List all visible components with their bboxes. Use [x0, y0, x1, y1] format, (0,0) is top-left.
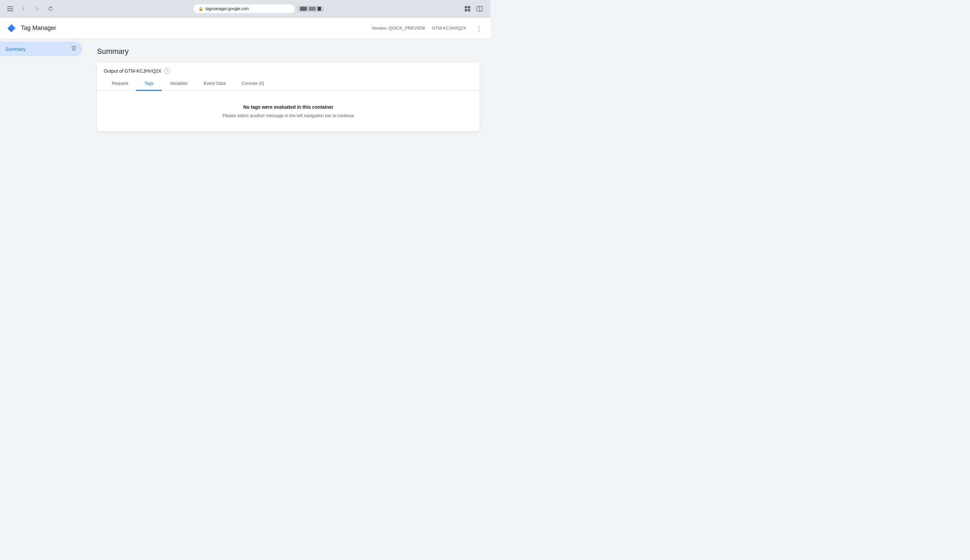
app-wrapper: Tag Manager Version: QUICK_PREVIEW GTM-K… — [0, 18, 490, 280]
help-icon[interactable]: ? — [164, 68, 170, 74]
back-btn[interactable] — [19, 4, 28, 13]
tabs-bar: Request Tags Variables Event Data Consol… — [97, 77, 480, 91]
sidebar: Summary — [0, 39, 86, 280]
app-title: Tag Manager — [21, 25, 56, 32]
tab-request[interactable]: Request — [104, 77, 136, 91]
more-options-btn[interactable]: ⋮ — [473, 22, 485, 34]
svg-rect-3 — [465, 6, 467, 8]
output-title: Output of GTM-KCJHVQ2X — [104, 68, 161, 74]
svg-rect-6 — [468, 9, 470, 12]
content-area: Summary Output of GTM-KCJHVQ2X ? Request… — [86, 39, 490, 280]
svg-rect-4 — [468, 6, 470, 8]
tab-variables[interactable]: Variables — [162, 77, 196, 91]
output-card: Output of GTM-KCJHVQ2X ? Request Tags Va… — [97, 63, 480, 132]
container-id: GTM-KCJHVQ2X — [432, 25, 466, 31]
tab-console[interactable]: Console (0) — [233, 77, 272, 91]
tab-content-tags: No tags were evaluated in this container… — [97, 91, 480, 132]
sidebar-toggle-btn[interactable] — [5, 4, 15, 13]
top-nav-right: Version: QUICK_PREVIEW GTM-KCJHVQ2X ⋮ — [371, 22, 485, 34]
tab-tags[interactable]: Tags — [136, 77, 161, 91]
delete-icon[interactable] — [71, 45, 77, 53]
svg-rect-0 — [7, 7, 13, 7]
no-tags-description: Please select another message in the lef… — [104, 113, 473, 118]
extensions-btn[interactable] — [462, 3, 473, 14]
url-bar[interactable]: 🔒 tagmanager.google.com — [194, 4, 295, 13]
output-card-header: Output of GTM-KCJHVQ2X ? — [97, 63, 480, 74]
no-tags-title: No tags were evaluated in this container — [104, 104, 473, 110]
version-info: Version: QUICK_PREVIEW — [371, 25, 425, 31]
svg-rect-1 — [7, 8, 13, 9]
sidebar-item-label: Summary — [5, 47, 25, 52]
svg-rect-2 — [7, 10, 13, 11]
forward-btn[interactable] — [32, 4, 42, 13]
split-view-btn[interactable] — [474, 3, 485, 14]
page-title: Summary — [97, 47, 480, 56]
browser-toolbar-right — [462, 3, 485, 14]
address-area: 🔒 tagmanager.google.com — [59, 4, 458, 13]
gtm-logo-icon — [5, 22, 18, 34]
logo-area: Tag Manager — [5, 22, 56, 34]
top-nav: Tag Manager Version: QUICK_PREVIEW GTM-K… — [0, 18, 490, 39]
sidebar-item-summary[interactable]: Summary — [0, 42, 82, 56]
svg-rect-5 — [465, 9, 467, 12]
tab-event-data[interactable]: Event Data — [196, 77, 233, 91]
url-text: tagmanager.google.com — [206, 7, 249, 11]
reload-btn[interactable] — [46, 4, 55, 13]
lock-icon: 🔒 — [198, 7, 203, 11]
browser-chrome: 🔒 tagmanager.google.com — [0, 0, 490, 18]
main-content: Summary Summary Output of GTM-KCJHVQ2X ? — [0, 39, 490, 280]
